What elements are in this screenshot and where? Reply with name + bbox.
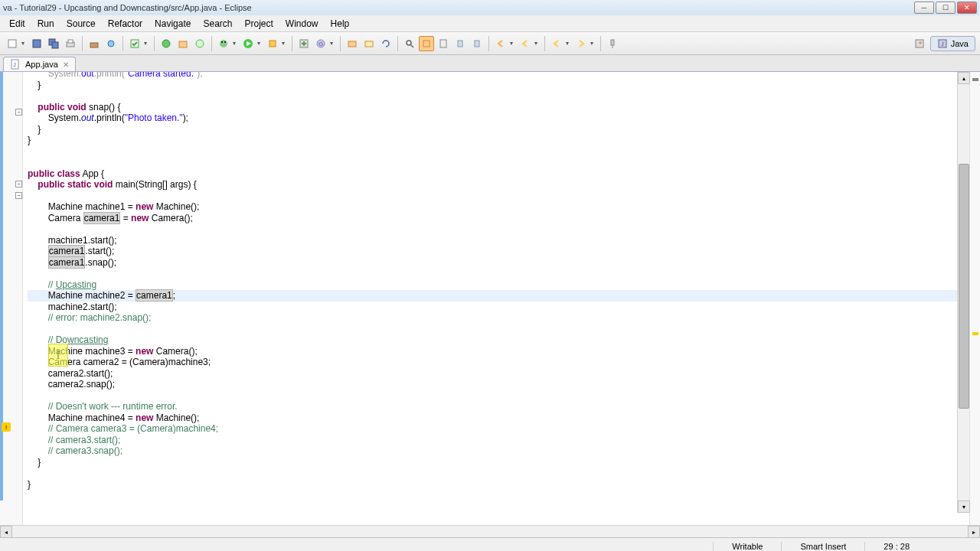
code-line[interactable]: camera2.start(); [28,368,969,380]
code-line[interactable]: } [28,457,969,468]
prev-annotation-button[interactable] [452,36,468,51]
horizontal-scrollbar[interactable]: ◂ ▸ [0,525,980,537]
code-line[interactable]: camera1.start(); [28,246,969,257]
code-line[interactable]: // camera3.start(); [28,435,969,446]
code-line[interactable]: } [28,135,969,146]
toggle-button[interactable] [127,36,142,51]
code-line[interactable] [28,157,969,168]
code-line[interactable]: Camera camera1 = new Camera(); [28,213,969,224]
scroll-right-button[interactable]: ▸ [968,526,980,538]
code-line[interactable]: System.out.println("Photo taken."); [28,112,969,124]
menu-window[interactable]: Window [279,17,325,31]
back-button[interactable] [518,36,533,51]
tab-close-button[interactable]: ✕ [63,60,69,69]
maximize-button[interactable]: ☐ [936,2,956,14]
menu-edit[interactable]: Edit [3,17,31,31]
new-class-button[interactable] [158,36,174,51]
scroll-thumb[interactable] [959,164,969,409]
next-annotation-button[interactable] [469,36,485,51]
code-line[interactable]: machine2.start(); [28,302,969,313]
perspective-label: Java [951,39,969,48]
code-line[interactable]: // camera3.snap(); [28,445,969,457]
new-button[interactable] [5,36,20,51]
annotations-button[interactable] [419,36,434,51]
code-line[interactable]: public class App { [28,168,969,180]
pin-button[interactable] [605,36,620,51]
code-line[interactable]: Machine machine4 = new Machine(); [28,412,969,424]
nav-back-button[interactable] [549,36,564,51]
scroll-up-button[interactable]: ▴ [958,72,970,84]
code-line[interactable]: // Downcasting [28,334,969,346]
code-line[interactable]: camera1.snap(); [28,257,969,269]
fold-marker-icon[interactable]: − [15,192,22,199]
warning-icon[interactable]: ! [2,422,11,432]
open-perspective-button[interactable] [912,36,927,51]
save-all-button[interactable] [46,36,61,51]
menu-search[interactable]: Search [197,17,238,31]
code-line[interactable]: camera2.snap(); [28,379,969,390]
code-line[interactable]: // error: machine2.snap(); [28,312,969,324]
menu-navigate[interactable]: Navigate [149,17,197,31]
overview-ruler[interactable] [969,72,980,525]
folder-button[interactable] [361,36,377,51]
code-line[interactable]: } [28,80,969,91]
run-last-button[interactable] [265,36,280,51]
code-line[interactable]: Machine machine1 = new Machine(); [28,201,969,213]
nav-forward-button[interactable] [573,36,589,51]
code-line[interactable]: System.out.println("Camera started."); [28,72,969,80]
svg-text:J: J [13,62,16,67]
new-package-button[interactable] [175,36,191,51]
code-line[interactable] [28,90,969,102]
overview-marker[interactable] [972,78,978,81]
code-line[interactable]: // Camera camera3 = (Camera)machine4; [28,423,969,435]
debug-button[interactable] [216,36,231,51]
menu-refactor[interactable]: Refactor [102,17,149,31]
skip-breakpoints-button[interactable] [103,36,119,51]
fold-marker-icon[interactable]: − [15,109,22,116]
fold-marker-icon[interactable]: − [15,181,22,187]
new-project-button[interactable] [296,36,312,51]
code-line[interactable]: } [28,479,969,491]
close-button[interactable]: ✕ [957,2,977,14]
build-button[interactable] [87,36,102,51]
run-button[interactable] [240,36,256,51]
code-line[interactable] [28,223,969,235]
code-line[interactable] [28,191,969,202]
menu-help[interactable]: Help [325,17,356,31]
code-line[interactable]: Machine machine3 = new Camera(); [28,346,969,357]
new-java-button[interactable]: G [313,36,328,51]
refresh-button[interactable] [378,36,394,51]
last-edit-button[interactable] [493,36,508,51]
code-line[interactable]: // Doesn't work --- runtime error. [28,401,969,412]
editor-ruler[interactable]: − − − ! [0,72,23,525]
scroll-left-button[interactable]: ◂ [0,526,12,538]
editor-tab-app[interactable]: J App.java ✕ [3,57,76,71]
code-line[interactable]: } [28,124,969,135]
scroll-down-button[interactable]: ▾ [958,500,970,513]
code-line[interactable] [28,146,969,158]
vertical-scrollbar[interactable]: ▴ ▾ [957,72,969,513]
code-line[interactable]: Camera camera2 = (Camera)machine3; [28,357,969,368]
code-line[interactable]: // Upcasting [28,279,969,291]
code-line[interactable] [28,324,969,335]
java-perspective-button[interactable]: J Java [930,36,975,51]
mark-button[interactable] [436,36,451,51]
code-line[interactable] [28,390,969,402]
code-line[interactable] [28,268,969,279]
save-button[interactable] [29,36,44,51]
search-button[interactable] [402,36,417,51]
menu-run[interactable]: Run [31,17,60,31]
code-line[interactable]: machine1.start(); [28,235,969,246]
code-line[interactable]: public static void main(String[] args) { [28,179,969,191]
minimize-button[interactable]: ─ [914,2,934,14]
code-line[interactable]: Machine machine2 = camera1; [28,290,969,302]
open-type-button[interactable] [192,36,207,51]
code-line[interactable]: public void snap() { [28,102,969,113]
menu-source[interactable]: Source [60,17,102,31]
code-editor[interactable]: System.out.println("Camera started."); }… [23,72,969,525]
code-line[interactable] [28,468,969,479]
print-button[interactable] [63,36,78,51]
open-task-button[interactable] [345,36,360,51]
menu-project[interactable]: Project [239,17,279,31]
overview-warning-marker[interactable] [972,332,978,335]
